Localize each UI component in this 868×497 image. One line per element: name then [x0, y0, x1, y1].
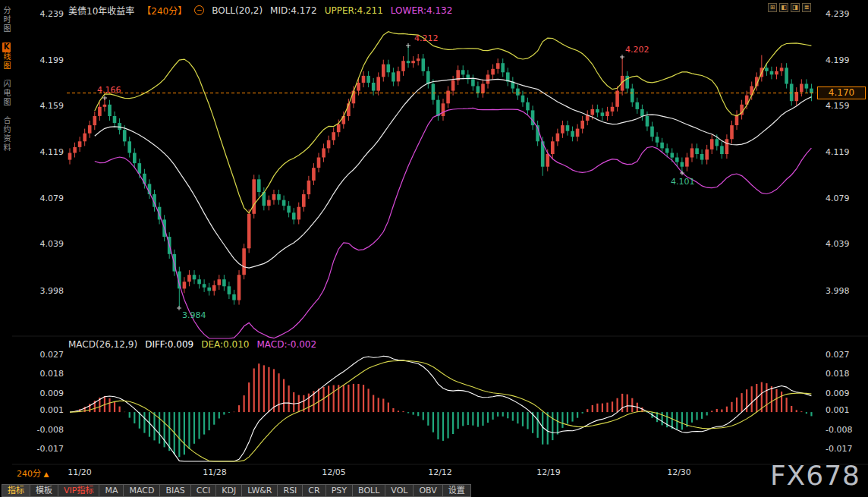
list-view-icon[interactable]: ≣ — [802, 3, 811, 12]
candle-body — [232, 294, 236, 300]
macd-dea-line — [70, 360, 811, 461]
price-annotation: 4.166 — [97, 85, 121, 95]
candle-body — [392, 72, 395, 81]
candle-body — [123, 130, 127, 141]
candle-body — [646, 116, 649, 127]
boll-upper-value: UPPER:4.211 — [325, 5, 383, 16]
candle-body — [422, 58, 426, 71]
candle-body — [193, 275, 197, 279]
toolbar-tab-6[interactable]: BIAS — [160, 484, 190, 497]
toolbar-tab-13[interactable]: BOLL — [353, 484, 385, 497]
chart-header: 美债10年收益率 【240分】 − BOLL(20,2) MID:4.172 U… — [68, 4, 452, 17]
candle-body — [580, 121, 584, 129]
toolbar-tab-15[interactable]: OBV — [414, 484, 442, 497]
price-axis-label-left: 4.039 — [40, 239, 64, 249]
macd-axis-label-right: -0.017 — [826, 444, 852, 454]
toolbar-tab-7[interactable]: CCI — [191, 484, 217, 497]
toolbar-tab-11[interactable]: CR — [303, 484, 326, 497]
candle-body — [203, 284, 206, 288]
footer-period-label: 240分 — [17, 469, 41, 479]
candle-body — [138, 163, 142, 174]
candle-body — [656, 137, 659, 143]
x-axis-label: 12/12 — [428, 467, 452, 477]
price-annotation: 4.212 — [414, 33, 439, 43]
footer-period[interactable]: 240分 ▲ — [17, 467, 49, 479]
macd-axis-label-right: 0.001 — [826, 405, 850, 415]
price-axis-label-left: 3.998 — [40, 286, 64, 296]
toolbar-tab-9[interactable]: LW&R — [242, 484, 278, 497]
toolbar-tab-10[interactable]: RSI — [278, 484, 303, 497]
sidebar-item-4[interactable]: 合约资料 — [1, 116, 11, 153]
toolbar-tab-1[interactable]: 指标 — [2, 484, 30, 497]
price-axis-label-left: 4.199 — [40, 55, 64, 65]
boll-upper-line — [95, 32, 812, 213]
candle-body — [730, 125, 734, 139]
toolbar-tab-8[interactable]: KDJ — [216, 484, 242, 497]
x-axis-label: 11/28 — [203, 467, 227, 477]
candle-body — [705, 149, 709, 160]
toolbar-tab-4[interactable]: MA — [99, 484, 124, 497]
left-panel-icon[interactable]: ◧ — [779, 3, 788, 12]
sidebar-item-1[interactable]: 分时图 — [1, 6, 11, 33]
candle-body — [551, 141, 555, 154]
candle-body — [187, 275, 191, 282]
candle-body — [228, 286, 231, 294]
macd-axis-label-right: -0.008 — [826, 425, 852, 435]
candle-body — [695, 148, 699, 154]
candle-body — [546, 154, 550, 167]
macd-axis-label-right: 0.018 — [826, 369, 850, 379]
candle-body — [810, 89, 813, 93]
right-panel-icon[interactable]: ◨ — [791, 3, 800, 12]
candle-body — [83, 134, 86, 142]
candle-body — [127, 141, 131, 153]
candle-body — [103, 105, 107, 107]
toolbar-tab-16[interactable]: 设置 — [443, 484, 471, 497]
price-axis-label-left: 4.119 — [40, 147, 64, 157]
candle-body — [650, 127, 654, 137]
price-axis-label-right: 3.998 — [826, 286, 850, 296]
candle-body — [491, 69, 495, 75]
candle-body — [307, 181, 311, 194]
sidebar-item-3[interactable]: 闪电图 — [1, 80, 11, 107]
price-axis-label-right: 4.039 — [826, 239, 850, 249]
candle-body — [605, 112, 609, 116]
candle-body — [302, 194, 306, 207]
candle-body — [576, 129, 580, 137]
indicator-menu-icon[interactable]: − — [194, 5, 204, 15]
left-sidebar: 分时图K线图闪电图合约资料 — [0, 6, 12, 153]
candle-body — [591, 109, 595, 115]
toolbar-tab-3[interactable]: VIP指标 — [58, 484, 99, 497]
price-axis-label-left: 4.159 — [40, 101, 64, 111]
candle-body — [272, 194, 276, 200]
candle-body — [113, 116, 117, 123]
macd-hist-value: MACD:-0.002 — [256, 339, 316, 350]
candle-body — [426, 71, 430, 84]
candle-body — [183, 282, 187, 288]
candle-body — [665, 148, 669, 153]
toolbar-tab-5[interactable]: MACD — [124, 484, 160, 497]
candle-body — [242, 248, 246, 275]
candle-body — [366, 76, 370, 83]
candle-body — [770, 71, 774, 75]
toolbar-tab-12[interactable]: PSY — [326, 484, 353, 497]
candle-body — [73, 147, 77, 153]
sidebar-item-2[interactable]: K线图 — [1, 42, 11, 71]
macd-axis-label-right: 0.009 — [826, 388, 850, 398]
chart-canvas[interactable]: 4.2394.2394.1994.1994.1594.1594.1194.119… — [0, 0, 868, 497]
candle-body — [556, 134, 560, 142]
period-label[interactable]: 【240分】 — [142, 4, 187, 17]
candle-body — [765, 68, 769, 71]
x-axis-label: 12/30 — [667, 467, 691, 477]
toolbar-tab-2[interactable]: 模板 — [30, 484, 58, 497]
grid-layout-icon[interactable]: ⊞ — [768, 3, 777, 12]
boll-lower-line — [95, 108, 812, 338]
chart-application: 分时图K线图闪电图合约资料 美债10年收益率 【240分】 − BOLL(20,… — [0, 0, 868, 497]
candle-body — [93, 116, 97, 125]
candle-body — [671, 153, 675, 158]
price-annotation: 4.101 — [671, 177, 695, 187]
toolbar-tab-14[interactable]: VOL — [385, 484, 414, 497]
candle-body — [397, 71, 401, 82]
candle-body — [561, 125, 565, 134]
macd-axis-label-left: -0.017 — [37, 444, 64, 454]
price-annotation: 4.202 — [625, 45, 649, 55]
